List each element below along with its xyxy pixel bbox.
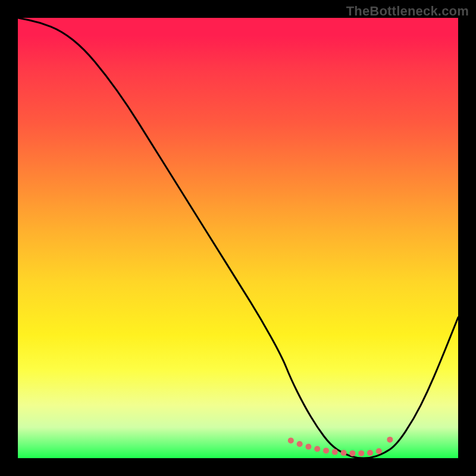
highlight-dot bbox=[314, 446, 320, 452]
highlight-dot bbox=[367, 450, 373, 456]
chart-frame: TheBottleneck.com bbox=[0, 0, 476, 476]
highlight-dot bbox=[349, 450, 355, 456]
watermark-text: TheBottleneck.com bbox=[346, 4, 469, 19]
highlight-dot bbox=[305, 444, 311, 450]
highlight-dot bbox=[387, 437, 393, 443]
highlight-dot bbox=[376, 448, 382, 454]
highlight-dots bbox=[288, 437, 393, 456]
highlight-dot bbox=[341, 450, 347, 456]
highlight-dot bbox=[288, 437, 294, 443]
highlight-dot bbox=[332, 449, 338, 455]
bottleneck-curve-path bbox=[18, 18, 458, 458]
highlight-dot bbox=[297, 441, 303, 447]
highlight-dot bbox=[323, 447, 329, 453]
highlight-dot bbox=[358, 450, 364, 456]
curve-layer bbox=[18, 18, 458, 458]
plot-area bbox=[18, 18, 458, 458]
